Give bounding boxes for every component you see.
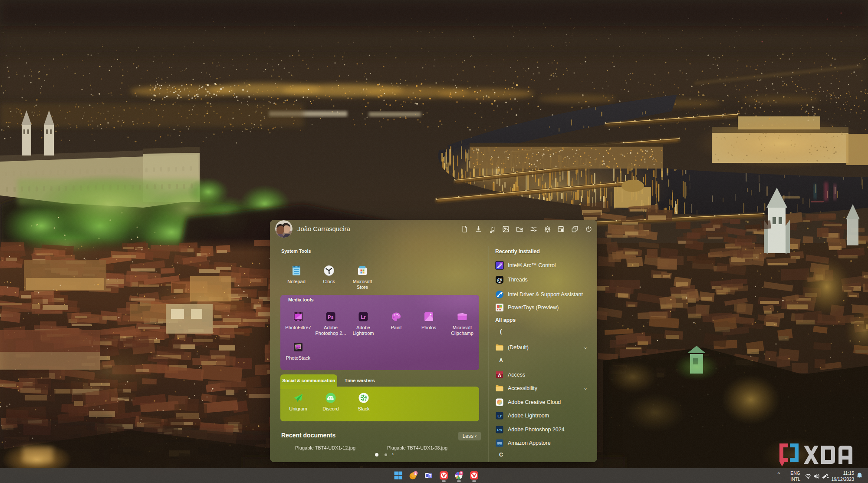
svg-text:A: A xyxy=(498,373,501,378)
svg-text:Ps: Ps xyxy=(497,427,502,432)
svg-text:T: T xyxy=(429,473,431,478)
svg-text:Lr: Lr xyxy=(497,414,502,418)
svg-text:Lr: Lr xyxy=(361,314,366,320)
svg-text:5: 5 xyxy=(460,471,462,475)
svg-text:Ps: Ps xyxy=(328,314,333,320)
svg-text:@: @ xyxy=(497,277,502,283)
svg-text:1: 1 xyxy=(414,472,417,476)
